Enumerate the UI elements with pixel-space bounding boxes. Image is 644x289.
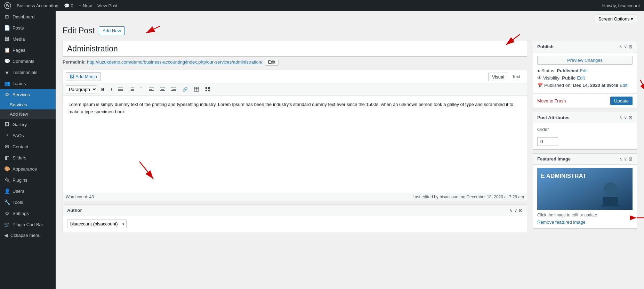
sidebar-item-appearance[interactable]: 🎨 Appearance (0, 163, 56, 174)
move-to-trash-link[interactable]: Move to Trash (537, 98, 566, 104)
editor-top-bar: 🖼 Add Media Visual Text (63, 70, 527, 83)
editor-content-area[interactable]: Lorem Ipsum is simply dummy text of the … (63, 96, 527, 193)
paragraph-select-wrap[interactable]: Paragraph Heading 1 Heading 2 Heading 3 (66, 85, 97, 93)
table-button[interactable] (192, 85, 201, 93)
align-left-button[interactable] (146, 85, 156, 93)
new-content-link[interactable]: + New (79, 3, 92, 8)
permalink-url[interactable]: http://luzukdemo.com/demo/business-accou… (87, 59, 262, 65)
sidebar-item-dashboard[interactable]: ⊞ Dashboard (0, 11, 56, 22)
submenu-item-add-new[interactable]: Add New (0, 109, 56, 119)
svg-line-37 (640, 80, 644, 92)
media-icon: 🖼 (4, 36, 10, 42)
sidebar-label-faqs: FAQs (13, 133, 24, 138)
remove-featured-image-link[interactable]: Remove featured image (537, 220, 586, 225)
update-button[interactable]: Update (610, 97, 633, 105)
visual-tab[interactable]: Visual (488, 73, 508, 81)
site-name-link[interactable]: Business Accounting (17, 3, 58, 8)
link-button[interactable]: 🔗 (180, 85, 190, 93)
svg-rect-33 (208, 90, 210, 91)
publish-controls[interactable]: ∧ ∨ ⊠ (619, 44, 633, 49)
unordered-list-button[interactable] (116, 85, 126, 93)
visibility-edit-link[interactable]: Edit (577, 75, 585, 81)
sidebar-item-sliders[interactable]: ◧ Sliders (0, 152, 56, 163)
content-wrap: Screen Options ▾ Edit Post Add New (63, 15, 637, 236)
featured-image-title: Featured image (537, 156, 571, 162)
sidebar-label-settings: Settings (13, 211, 29, 216)
published-edit-link[interactable]: Edit (620, 83, 627, 88)
published-date: Dec 14, 2020 at 09:48 (573, 83, 618, 88)
blockquote-button[interactable]: " (138, 85, 145, 94)
table-icon (194, 87, 199, 92)
author-title: Author (67, 208, 82, 213)
sidebar-label-posts: Posts (13, 25, 24, 31)
post-attributes-header: Post Attributes ∧ ∨ ⊠ (533, 112, 637, 123)
italic-button[interactable]: I (108, 85, 114, 93)
ordered-list-button[interactable]: 123 (127, 85, 137, 93)
add-media-button[interactable]: 🖼 Add Media (66, 72, 101, 81)
align-center-button[interactable] (158, 85, 167, 93)
author-select[interactable]: bisaccount (bisaccount) (67, 220, 127, 228)
sidebar-item-plugin-cart-bar[interactable]: 🛒 Plugin Cart Bar (0, 219, 56, 230)
sidebar-item-comments[interactable]: 💬 Comments (0, 56, 56, 67)
sidebar-item-faqs[interactable]: ? FAQs (0, 130, 56, 141)
post-attributes-postbox: Post Attributes ∧ ∨ ⊠ Order 0 (533, 112, 637, 150)
post-attributes-controls[interactable]: ∧ ∨ ⊠ (619, 115, 633, 120)
sidebar-item-testimonials[interactable]: ★ Testimonials (0, 67, 56, 78)
screen-options-button[interactable]: Screen Options ▾ (595, 15, 637, 23)
svg-point-9 (118, 88, 119, 88)
arrow-add-new (125, 23, 167, 40)
word-count: Word count: 43 (66, 195, 94, 199)
sidebar-item-plugins[interactable]: 🔌 Plugins (0, 174, 56, 185)
svg-point-10 (118, 89, 119, 90)
publish-close-icon: ⊠ (629, 44, 633, 49)
submenu-item-services[interactable]: Services (0, 100, 56, 109)
sidebar-item-settings[interactable]: ⚙ Settings (0, 208, 56, 219)
featured-image-thumbnail[interactable]: E ADMINISTRAT (537, 168, 633, 210)
add-media-label: Add Media (75, 74, 97, 79)
status-edit-link[interactable]: Edit (580, 68, 587, 73)
admin-menu: ⊞ Dashboard 📄 Posts 🖼 Media 📋 Pages 💬 Co… (0, 11, 56, 289)
plugins-icon: 🔌 (4, 177, 10, 183)
order-input[interactable]: 0 (537, 137, 558, 146)
add-media-icon: 🖼 (70, 74, 74, 79)
sidebar-item-media[interactable]: 🖼 Media (0, 33, 56, 44)
featured-image-controls[interactable]: ∧ ∨ ⊠ (619, 156, 633, 162)
author-postbox-controls[interactable]: ∧ ∨ ⊠ (509, 208, 523, 213)
status-value: Published (557, 68, 578, 73)
collapse-menu-button[interactable]: ◀ Collapse menu (0, 230, 56, 241)
bold-button[interactable]: B (99, 85, 107, 93)
svg-line-3 (146, 26, 160, 33)
more-button[interactable] (203, 85, 212, 93)
sidebar-item-pages[interactable]: 📋 Pages (0, 44, 56, 56)
order-label: Order (537, 127, 549, 132)
paragraph-select[interactable]: Paragraph Heading 1 Heading 2 Heading 3 (66, 85, 97, 93)
admin-bar-right: Howdy, bisaccount (602, 3, 640, 8)
svg-rect-30 (206, 87, 207, 89)
align-right-button[interactable] (169, 85, 178, 93)
text-tab[interactable]: Text (508, 72, 524, 81)
comments-link[interactable]: 💬 0 (64, 3, 73, 8)
post-title-input[interactable]: Administration (63, 41, 527, 56)
align-right-icon (171, 87, 176, 92)
sidebar-item-posts[interactable]: 📄 Posts (0, 22, 56, 33)
sidebar-item-services[interactable]: ⚙ Services (0, 89, 56, 100)
sidebar-item-teams[interactable]: 👥 Teams (0, 78, 56, 89)
sidebar-item-contact[interactable]: ✉ Contact (0, 141, 56, 152)
sidebar-item-tools[interactable]: 🔧 Tools (0, 197, 56, 208)
add-new-button[interactable]: Add New (99, 26, 125, 35)
publish-title: Publish (537, 44, 554, 49)
view-post-link[interactable]: View Post (97, 3, 118, 8)
editor-tabs: Visual Text (485, 71, 527, 82)
preview-changes-button[interactable]: Preview Changes (537, 56, 633, 65)
pages-icon: 📋 (4, 47, 10, 53)
sidebar-label-dashboard: Dashboard (13, 14, 35, 19)
gallery-icon: 🖼 (4, 122, 10, 127)
svg-point-40 (604, 182, 617, 196)
sidebar-item-users[interactable]: 👤 Users (0, 185, 56, 197)
visibility-value: Public (562, 75, 575, 81)
contact-icon: ✉ (4, 144, 10, 149)
author-select-wrap[interactable]: bisaccount (bisaccount) (67, 220, 127, 228)
sidebar-item-gallery[interactable]: 🖼 Gallery (0, 119, 56, 130)
right-sidebar: Publish ∧ ∨ ⊠ Preview Changes ● Sta (533, 41, 637, 236)
edit-permalink-button[interactable]: Edit (265, 59, 279, 66)
